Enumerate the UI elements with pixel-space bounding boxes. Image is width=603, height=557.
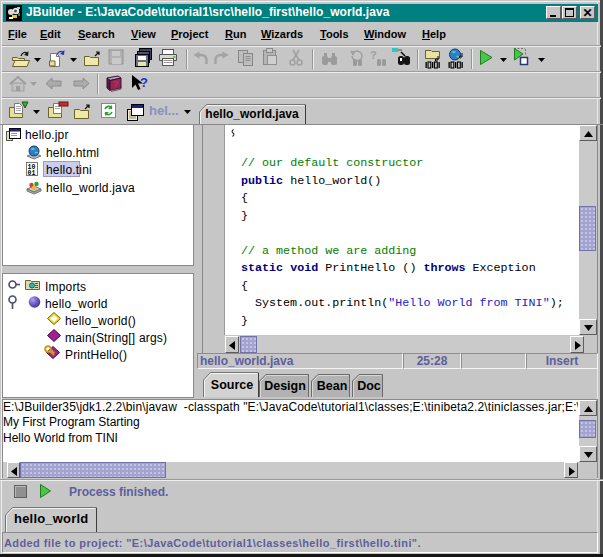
svg-text:?: ? <box>140 75 148 90</box>
svg-text:?: ? <box>113 79 119 89</box>
svg-text:?: ? <box>370 49 377 61</box>
svg-text:01: 01 <box>28 170 36 177</box>
